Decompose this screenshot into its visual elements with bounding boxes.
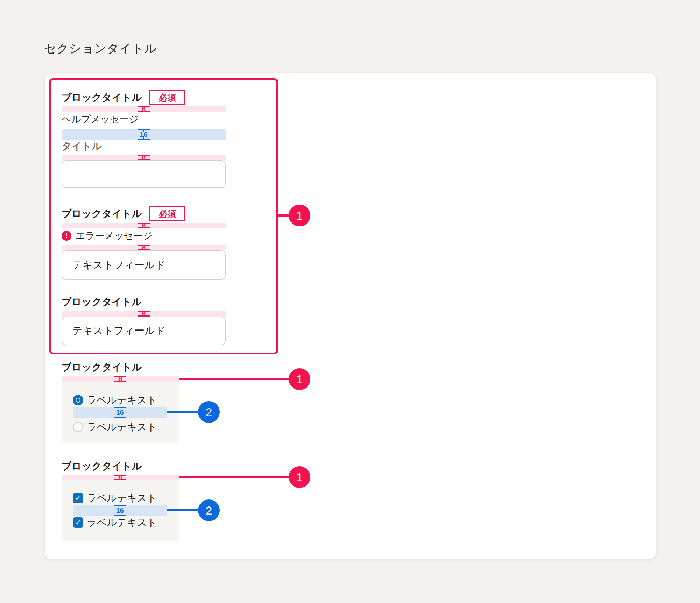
- annotation-circle-1: 1: [289, 466, 310, 488]
- annotation-circle-1: 1: [289, 368, 310, 390]
- spacing-marker-8: 8: [138, 245, 150, 250]
- marker-stub: [120, 414, 120, 417]
- spacing-marker-8: 8: [138, 311, 150, 317]
- block1-title-row: ブロックタイトル 必須: [62, 90, 185, 106]
- block-title: ブロックタイトル: [62, 90, 142, 106]
- text-input-empty[interactable]: [62, 160, 226, 188]
- annotation-connector: [167, 509, 198, 511]
- spacing-band-8px: 8: [62, 155, 226, 160]
- marker-stub: [120, 512, 120, 515]
- spacing-marker-8: 8: [138, 106, 150, 112]
- annotation-circle-2: 2: [198, 401, 220, 423]
- field-label: タイトル: [62, 139, 102, 154]
- annotation-connector: [167, 411, 198, 413]
- required-badge: 必須: [149, 90, 185, 105]
- section-title: セクションタイトル: [44, 41, 157, 57]
- check-icon: ✓: [75, 494, 81, 503]
- spacing-band-8px: 8: [62, 245, 226, 250]
- spacing-band-16px: 16: [62, 129, 226, 140]
- spacing-marker-16: 16: [114, 505, 126, 516]
- block-title: ブロックタイトル: [62, 295, 142, 309]
- error-message: エラーメッセージ: [76, 229, 153, 242]
- error-message-row: ! エラーメッセージ: [62, 230, 153, 241]
- radio-selected[interactable]: [73, 395, 83, 405]
- spacing-band-16px: 16: [73, 407, 167, 418]
- spacing-marker-8: 8: [114, 475, 126, 480]
- text-input-filled[interactable]: [62, 250, 226, 280]
- checkbox-checked[interactable]: ✓: [73, 517, 83, 528]
- radio-unselected[interactable]: [73, 422, 83, 432]
- block-title: ブロックタイトル: [62, 459, 142, 473]
- spacing-band-8px: 8: [62, 223, 226, 228]
- checkbox-label: ラベルテキスト: [87, 491, 157, 505]
- help-message: ヘルプメッセージ: [62, 111, 139, 127]
- spacing-band-8px: 8: [62, 311, 226, 317]
- radio-label: ラベルテキスト: [87, 420, 157, 434]
- text-input-filled[interactable]: [62, 317, 226, 345]
- radio-label: ラベルテキスト: [87, 393, 157, 407]
- spacing-marker-8: 8: [138, 223, 150, 228]
- check-icon: ✓: [75, 518, 81, 527]
- spacing-marker-8: 8: [114, 376, 126, 382]
- error-icon: !: [62, 231, 71, 241]
- annotation-circle-2: 2: [198, 499, 220, 521]
- spacing-marker-16: 16: [114, 407, 126, 418]
- checkbox-label: ラベルテキスト: [87, 516, 157, 530]
- block-title: ブロックタイトル: [62, 206, 142, 222]
- spacing-marker-16: 16: [138, 129, 150, 140]
- spacing-band-16px: 16: [73, 505, 167, 516]
- marker-stub: [144, 136, 144, 139]
- required-badge: 必須: [149, 206, 185, 221]
- annotation-connector: [179, 476, 289, 478]
- spacing-marker-8: 8: [138, 155, 150, 160]
- checkbox-checked[interactable]: ✓: [73, 493, 83, 503]
- spacing-band-8px: 8: [62, 376, 179, 382]
- annotation-connector: [179, 378, 289, 380]
- annotation-circle-1: 1: [289, 205, 310, 226]
- block-title: ブロックタイトル: [62, 360, 142, 374]
- spacing-band-8px: 8: [62, 475, 179, 480]
- annotation-connector: [278, 214, 289, 217]
- block2-title-row: ブロックタイトル 必須: [62, 206, 185, 222]
